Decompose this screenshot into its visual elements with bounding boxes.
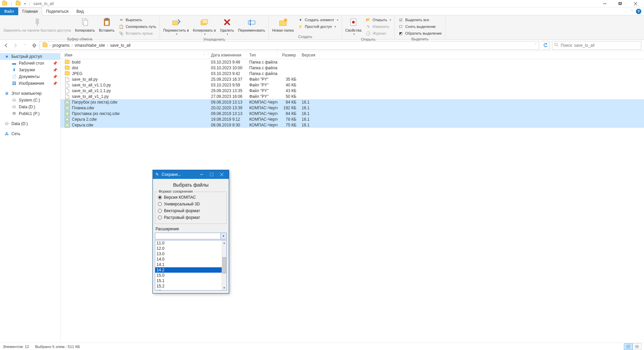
version-option[interactable]: 12.0: [155, 246, 222, 251]
folder-open-icon[interactable]: [15, 1, 21, 6]
file-row[interactable]: Проставка (из листа).cdw09.08.2019 13:13…: [60, 111, 644, 116]
version-listbox[interactable]: 11.012.013.014.014.114.215.015.115.216 ▴…: [155, 240, 227, 290]
sidebar-drive-p[interactable]: ⛃Public1 (P:): [0, 110, 60, 117]
view-details-button[interactable]: [624, 343, 633, 350]
chevron-right-icon[interactable]: ›: [72, 43, 73, 47]
scroll-thumb[interactable]: [222, 257, 226, 273]
version-option[interactable]: 15.2: [155, 283, 222, 289]
column-size[interactable]: Размер: [277, 51, 299, 59]
file-row[interactable]: JPEG03.10.2023 9:42Папка с файлами: [60, 71, 644, 76]
close-button[interactable]: [628, 0, 643, 7]
radio-raster[interactable]: Растровый формат: [158, 214, 224, 221]
radio-kompas[interactable]: Версия КОМПАС: [158, 194, 224, 201]
select-none-button[interactable]: ☐Снять выделение: [397, 24, 443, 30]
properties-button[interactable]: Свойства▾: [344, 16, 363, 37]
breadcrumb-root-icon[interactable]: [41, 43, 49, 47]
tab-file[interactable]: Файл: [0, 7, 18, 15]
delete-button[interactable]: Удалить▾: [219, 16, 235, 37]
ribbon-expand-icon[interactable]: ˇ: [631, 9, 633, 13]
invert-selection-button[interactable]: ◩Обратить выделение: [397, 30, 443, 36]
chevron-right-icon[interactable]: ›: [49, 43, 50, 47]
rename-button[interactable]: Переименовать: [237, 16, 267, 33]
file-row[interactable]: dist03.10.2023 10:00Папка с файлами: [60, 65, 644, 71]
file-row[interactable]: Патрубок (из листа).cdw09.08.2019 13:13К…: [60, 99, 644, 105]
breadcrumb-segment[interactable]: programs: [51, 43, 71, 48]
file-row[interactable]: save_to_all_v1.1.1.py29.09.2023 13:35Фай…: [60, 88, 644, 93]
new-item-button[interactable]: ✦Создать элемент▾: [296, 17, 340, 23]
extension-combo[interactable]: ▾: [155, 233, 227, 239]
pin-quickaccess-button[interactable]: Закрепить на панели быстрого доступа: [2, 16, 72, 33]
sidebar-this-pc[interactable]: 🖥Этот компьютер: [0, 90, 60, 97]
recent-dropdown[interactable]: ˇ: [22, 42, 28, 49]
dialog-minimize-button[interactable]: [197, 170, 207, 179]
edit-button[interactable]: ✎Изменить: [364, 24, 392, 30]
paste-shortcut-button[interactable]: 📎Вставить ярлык: [117, 30, 158, 36]
version-option[interactable]: 16: [155, 289, 222, 290]
minimize-button[interactable]: [597, 0, 612, 7]
file-row[interactable]: Серьга 2.cdw19.08.2019 9:12КОМПАС-Чертеж…: [60, 116, 644, 122]
search-box[interactable]: [552, 41, 641, 50]
search-input[interactable]: [561, 43, 639, 48]
file-row[interactable]: save_to_all.py25.09.2023 16:37Файл "PY"3…: [60, 76, 644, 82]
forward-button[interactable]: [12, 42, 19, 49]
column-type[interactable]: Тип: [247, 51, 277, 59]
help-icon[interactable]: ?: [636, 9, 641, 14]
sidebar-documents[interactable]: 📄Документы📌: [0, 73, 60, 80]
sidebar-pictures[interactable]: 🖼Изображения📌: [0, 80, 60, 87]
chevron-right-icon[interactable]: ›: [107, 43, 108, 47]
dialog-titlebar[interactable]: ✎ Сохрани...: [153, 170, 229, 179]
cut-button[interactable]: ✂Вырезать: [117, 17, 158, 23]
tab-view[interactable]: Вид: [72, 7, 88, 15]
tab-home[interactable]: Главная: [18, 7, 42, 15]
scroll-up-button[interactable]: ▴: [222, 240, 226, 245]
paste-button[interactable]: Вставить: [97, 16, 116, 33]
file-row[interactable]: save_to_all_v1.1.0.py03.10.2023 9:59Файл…: [60, 82, 644, 88]
sidebar-drive-d[interactable]: ⛁Data (D:): [0, 104, 60, 110]
copy-to-button[interactable]: Копировать в▾: [191, 16, 217, 37]
version-option[interactable]: 11.0: [155, 240, 222, 246]
file-row[interactable]: build03.10.2023 9:49Папка с файлами: [60, 59, 644, 65]
column-name[interactable]: Имя˄: [60, 51, 208, 59]
breadcrumb-segment[interactable]: vmasshtabe_site: [73, 43, 106, 48]
copy-button[interactable]: Копировать: [74, 16, 96, 33]
file-row[interactable]: save_to_all_v1_1.py27.09.2023 16:06Файл …: [60, 93, 644, 99]
column-date[interactable]: Дата изменения: [208, 51, 247, 59]
sidebar-network[interactable]: 🖧Сеть: [0, 130, 60, 137]
file-row[interactable]: Серьга.cdw08.08.2019 8:30КОМПАС-Чертеж75…: [60, 122, 644, 128]
radio-universal-3d[interactable]: Универсальный 3D: [158, 201, 224, 207]
version-option[interactable]: 14.0: [155, 257, 222, 262]
refresh-button[interactable]: [541, 41, 550, 50]
version-option[interactable]: 13.0: [155, 251, 222, 257]
combo-input[interactable]: [155, 233, 220, 239]
copy-path-button[interactable]: 📋Скопировать путь: [117, 24, 158, 30]
up-button[interactable]: [31, 42, 38, 49]
scrollbar[interactable]: ▴ ▾: [222, 240, 226, 290]
sidebar-desktop[interactable]: ▬Рабочий стол📌: [0, 60, 60, 67]
maximize-button[interactable]: [612, 0, 628, 7]
move-to-button[interactable]: Переместить в▾: [162, 16, 190, 37]
breadcrumb-dropdown-icon[interactable]: ˇ: [535, 43, 538, 47]
version-option[interactable]: 14.1: [155, 262, 222, 267]
file-row[interactable]: Планка.cdw20.02.2020 13:39КОМПАС-Чертеж1…: [60, 105, 644, 111]
radio-vector[interactable]: Векторный формат: [158, 207, 224, 214]
dialog-close-button[interactable]: [217, 170, 227, 179]
version-option[interactable]: 14.2: [155, 267, 222, 273]
sidebar-quick-access[interactable]: ★Быстрый доступ: [0, 53, 60, 60]
qat-dropdown-icon[interactable]: ▾: [22, 1, 28, 6]
easy-access-button[interactable]: ⚡Простой доступ▾: [296, 24, 340, 30]
sidebar-drive-d2[interactable]: ⛁Data (D:): [0, 120, 60, 127]
version-option[interactable]: 15.1: [155, 278, 222, 283]
combo-dropdown-button[interactable]: ▾: [220, 233, 226, 239]
history-button[interactable]: 🕓Журнал: [364, 30, 392, 36]
column-version[interactable]: Версия: [299, 51, 319, 59]
tab-share[interactable]: Поделиться: [42, 7, 72, 15]
sidebar-downloads[interactable]: ⬇Загрузки📌: [0, 67, 60, 73]
sidebar-drive-c[interactable]: ⛁System (C:): [0, 97, 60, 104]
select-all-button[interactable]: ☑Выделить все: [397, 17, 443, 23]
version-option[interactable]: 15.0: [155, 273, 222, 278]
new-folder-button[interactable]: Новая папка: [271, 16, 295, 33]
scroll-down-button[interactable]: ▾: [222, 285, 226, 290]
breadcrumb-segment[interactable]: save_to_all: [109, 43, 132, 48]
open-button[interactable]: 📂Открыть▾: [364, 17, 392, 23]
breadcrumb[interactable]: › programs › vmasshtabe_site › save_to_a…: [40, 41, 539, 50]
